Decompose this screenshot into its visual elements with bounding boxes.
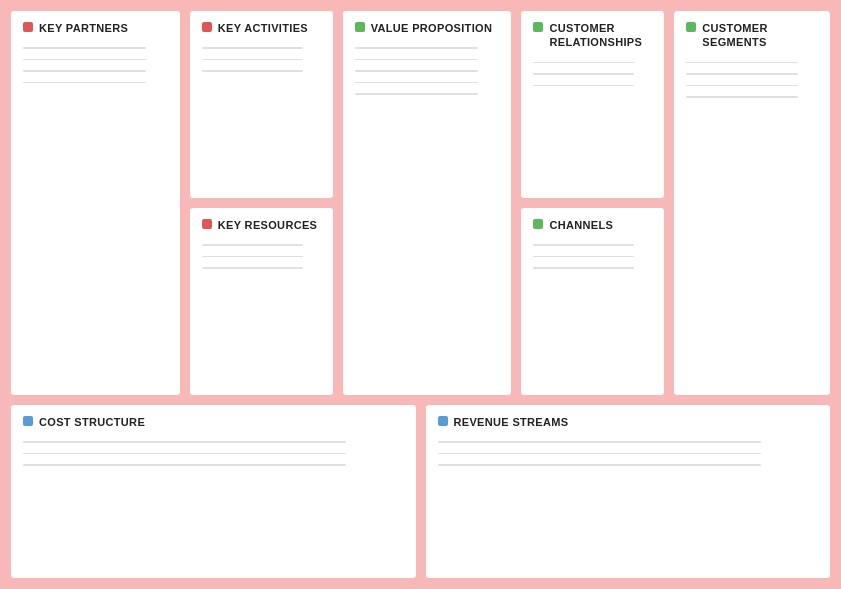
customer-segments-lines [686, 62, 818, 385]
top-section: KEY PARTNERS KEY ACTIVITIES [10, 10, 831, 396]
line [202, 70, 303, 72]
line [533, 62, 634, 64]
customer-segments-title: CUSTOMER SEGMENTS [686, 21, 818, 50]
line [23, 70, 146, 72]
line [438, 441, 761, 443]
line [355, 70, 478, 72]
cost-structure-card[interactable]: COST STRUCTURE [10, 404, 417, 579]
key-resources-dot [202, 219, 212, 229]
channels-card[interactable]: CHANNELS [520, 207, 665, 396]
line [355, 93, 478, 95]
line [533, 256, 634, 258]
line [202, 244, 303, 246]
line [202, 267, 303, 269]
cost-structure-dot [23, 416, 33, 426]
line [533, 267, 634, 269]
line [686, 73, 798, 75]
line [202, 59, 303, 61]
key-partners-dot [23, 22, 33, 32]
middle-left-column: KEY ACTIVITIES KEY RESOURCES [189, 10, 334, 396]
key-resources-card[interactable]: KEY RESOURCES [189, 207, 334, 396]
key-activities-lines [202, 47, 321, 188]
revenue-streams-dot [438, 416, 448, 426]
line [23, 59, 146, 61]
key-activities-card[interactable]: KEY ACTIVITIES [189, 10, 334, 199]
line [23, 82, 146, 84]
key-partners-card[interactable]: KEY PARTNERS [10, 10, 181, 396]
key-activities-dot [202, 22, 212, 32]
line [533, 244, 634, 246]
line [355, 47, 478, 49]
line [686, 85, 798, 87]
business-model-canvas: KEY PARTNERS KEY ACTIVITIES [10, 10, 831, 579]
line [202, 47, 303, 49]
line [355, 59, 478, 61]
key-resources-lines [202, 244, 321, 385]
line [438, 464, 761, 466]
revenue-streams-lines [438, 441, 819, 568]
line [686, 96, 798, 98]
cost-structure-lines [23, 441, 404, 568]
key-partners-lines [23, 47, 168, 385]
channels-lines [533, 244, 652, 385]
value-proposition-dot [355, 22, 365, 32]
bottom-section: COST STRUCTURE REVENUE STREAMS [10, 404, 831, 579]
customer-segments-card[interactable]: CUSTOMER SEGMENTS [673, 10, 831, 396]
revenue-streams-card[interactable]: REVENUE STREAMS [425, 404, 832, 579]
revenue-streams-title: REVENUE STREAMS [438, 415, 819, 429]
customer-relationships-card[interactable]: CUSTOMER RELATIONSHIPS [520, 10, 665, 199]
line [202, 256, 303, 258]
line [23, 464, 346, 466]
line [23, 441, 346, 443]
line [686, 62, 798, 64]
value-proposition-title: VALUE PROPOSITION [355, 21, 500, 35]
customer-relationships-lines [533, 62, 652, 188]
line [533, 85, 634, 87]
line [533, 73, 634, 75]
channels-dot [533, 219, 543, 229]
line [355, 82, 478, 84]
key-partners-title: KEY PARTNERS [23, 21, 168, 35]
key-activities-title: KEY ACTIVITIES [202, 21, 321, 35]
value-proposition-card[interactable]: VALUE PROPOSITION [342, 10, 513, 396]
line [23, 453, 346, 455]
customer-relationships-dot [533, 22, 543, 32]
line [23, 47, 146, 49]
cost-structure-title: COST STRUCTURE [23, 415, 404, 429]
line [438, 453, 761, 455]
value-proposition-lines [355, 47, 500, 385]
channels-title: CHANNELS [533, 218, 652, 232]
key-resources-title: KEY RESOURCES [202, 218, 321, 232]
customer-segments-dot [686, 22, 696, 32]
customer-relationships-title: CUSTOMER RELATIONSHIPS [533, 21, 652, 50]
middle-right-column: CUSTOMER RELATIONSHIPS CHANNELS [520, 10, 665, 396]
